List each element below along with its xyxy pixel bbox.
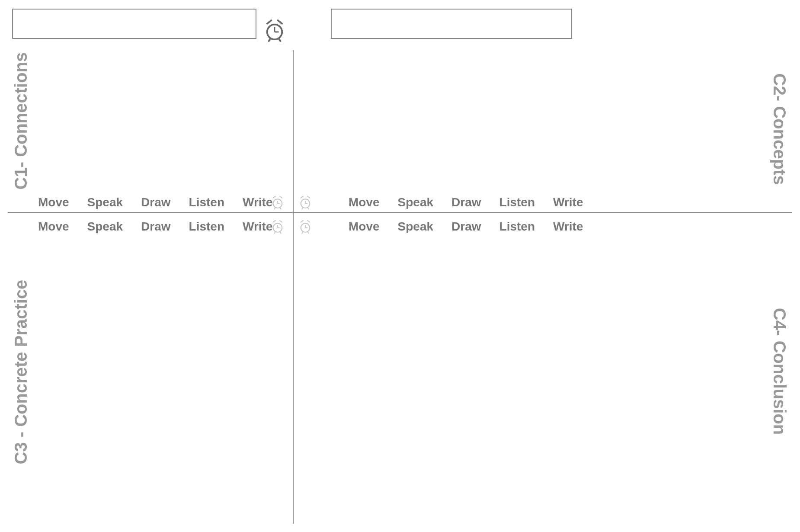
alarm-clock-icon — [298, 195, 312, 210]
actions-row-c3: Move Speak Draw Listen Write — [38, 220, 280, 234]
action-speak[interactable]: Speak — [87, 195, 123, 209]
action-move[interactable]: Move — [38, 195, 69, 209]
action-speak[interactable]: Speak — [87, 220, 123, 234]
action-speak[interactable]: Speak — [398, 220, 434, 234]
alarm-clock-icon — [265, 18, 285, 42]
quadrant-label-c1: C1- Connections — [11, 69, 31, 190]
action-listen[interactable]: Listen — [189, 220, 224, 234]
action-write[interactable]: Write — [243, 195, 273, 209]
quadrant-grid: C1- Connections C2- Concepts C3 - Concre… — [8, 50, 792, 524]
quadrant-label-c3: C3 - Concrete Practice — [11, 287, 31, 465]
action-listen[interactable]: Listen — [499, 195, 535, 209]
action-speak[interactable]: Speak — [398, 195, 434, 209]
action-listen[interactable]: Listen — [499, 220, 535, 234]
svg-line-3 — [269, 38, 271, 41]
action-write[interactable]: Write — [243, 220, 273, 234]
action-draw[interactable]: Draw — [451, 220, 481, 234]
header-input-left[interactable] — [12, 9, 256, 39]
action-draw[interactable]: Draw — [141, 195, 170, 209]
actions-row-c1: Move Speak Draw Listen Write — [38, 195, 280, 209]
action-move[interactable]: Move — [349, 195, 380, 209]
action-write[interactable]: Write — [553, 220, 583, 234]
svg-line-4 — [279, 38, 281, 41]
header — [0, 9, 800, 43]
actions-row-c2: Move Speak Draw Listen Write — [349, 195, 591, 209]
quadrant-label-c4: C4- Conclusion — [770, 307, 789, 436]
action-move[interactable]: Move — [349, 220, 380, 234]
quadrant-label-c2: C2- Concepts — [770, 73, 789, 186]
horizontal-divider — [8, 212, 792, 213]
action-draw[interactable]: Draw — [451, 195, 481, 209]
actions-row-c4: Move Speak Draw Listen Write — [349, 220, 591, 234]
action-write[interactable]: Write — [553, 195, 583, 209]
alarm-clock-icon — [298, 219, 312, 234]
action-listen[interactable]: Listen — [189, 195, 224, 209]
alarm-clock-icon — [271, 219, 285, 234]
header-input-right[interactable] — [331, 9, 572, 39]
action-draw[interactable]: Draw — [141, 220, 170, 234]
alarm-clock-icon — [271, 195, 285, 210]
vertical-divider — [293, 50, 294, 524]
action-move[interactable]: Move — [38, 220, 69, 234]
